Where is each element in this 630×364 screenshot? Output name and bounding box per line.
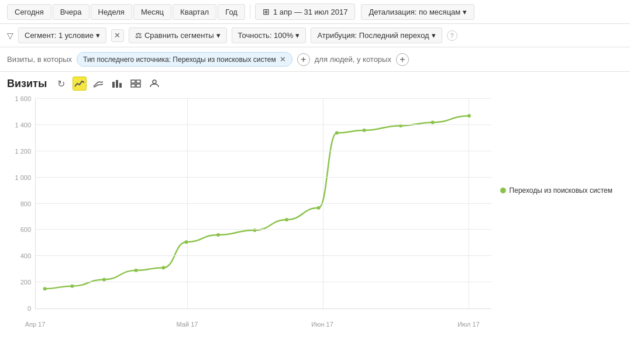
- accuracy-button[interactable]: Точность: 100% ▾: [232, 27, 307, 43]
- chart-dot-10: [335, 131, 339, 135]
- add-people-filter-button[interactable]: +: [396, 53, 409, 66]
- filter-icon: ▽: [7, 31, 13, 40]
- legend-color-dot: [500, 188, 506, 193]
- filter-tag-close-button[interactable]: ✕: [280, 55, 286, 64]
- attribution-label: Атрибуция: Последний переход: [317, 31, 429, 40]
- svg-rect-3: [131, 80, 135, 83]
- chevron-down-icon: ▾: [463, 8, 467, 16]
- period-btn-week[interactable]: Неделя: [91, 4, 132, 20]
- chart-dot-2: [102, 278, 106, 281]
- smooth-chart-icon: [93, 79, 104, 88]
- period-btn-quarter[interactable]: Квартал: [173, 4, 216, 20]
- add-filter-button[interactable]: +: [297, 53, 310, 66]
- chart-dot-11: [363, 129, 366, 132]
- chart-dot-8: [285, 218, 288, 221]
- table-view-icon: [130, 79, 141, 88]
- attribution-chevron-icon: ▾: [432, 31, 436, 40]
- refresh-button[interactable]: ↻: [54, 77, 68, 91]
- filter-tag: Тип последнего источника: Переходы из по…: [77, 52, 292, 67]
- y-label-7: 1 400: [8, 122, 31, 129]
- svg-rect-4: [136, 80, 140, 83]
- metrics-bar: Визиты ↻: [0, 72, 630, 93]
- x-label-jul: Июл 17: [457, 321, 480, 328]
- grid-line-3: [36, 229, 491, 230]
- y-label-1: 200: [8, 279, 31, 286]
- table-view-button[interactable]: [129, 77, 143, 91]
- chart-dot-3: [135, 269, 138, 272]
- chart-dot-9: [317, 206, 321, 210]
- filter-tag-label: Тип последнего источника: Переходы из по…: [83, 56, 276, 64]
- second-bar: ▽ Сегмент: 1 условие ▾ ✕ ⚖ Сравнить сегм…: [0, 24, 630, 47]
- chart-dot-14: [467, 114, 471, 117]
- chart-dot-13: [431, 121, 435, 124]
- grid-line-4: [36, 203, 491, 204]
- user-view-icon: [149, 79, 160, 88]
- svg-rect-6: [136, 84, 140, 87]
- y-label-3: 600: [8, 226, 31, 233]
- attribution-button[interactable]: Атрибуция: Последний переход ▾: [311, 27, 442, 43]
- legend-label: Переходы из поисковых систем: [509, 186, 612, 195]
- top-bar: Сегодня Вчера Неделя Месяц Квартал Год ⊞…: [0, 0, 630, 24]
- divider: [250, 5, 250, 19]
- help-button[interactable]: ?: [447, 30, 457, 41]
- chart-dot-5: [184, 240, 188, 244]
- y-label-8: 1 600: [8, 95, 31, 102]
- detail-button[interactable]: Детализация: по месяцам ▾: [361, 4, 474, 20]
- period-btn-yesterday[interactable]: Вчера: [53, 4, 89, 20]
- chart-dot-1: [70, 285, 74, 288]
- visits-in-which-label: Визиты, в которых: [7, 55, 72, 64]
- chart-line: [45, 116, 469, 289]
- metrics-title: Визиты: [7, 78, 47, 90]
- compare-scales-icon: ⚖: [135, 31, 142, 40]
- svg-rect-5: [131, 84, 135, 87]
- svg-point-7: [153, 80, 156, 84]
- segment-chevron-icon: ▾: [96, 31, 100, 40]
- filter-bar: Визиты, в которых Тип последнего источни…: [0, 47, 630, 72]
- compare-label: Сравнить сегменты: [144, 31, 214, 40]
- segment-button[interactable]: Сегмент: 1 условие ▾: [18, 27, 106, 43]
- grid-line-6: [36, 151, 491, 151]
- chart-dot-6: [216, 233, 220, 237]
- grid-line-8: [36, 98, 491, 99]
- date-range-label: 1 апр — 31 июл 2017: [273, 8, 347, 16]
- x-label-jun: Июн 17: [311, 321, 333, 328]
- grid-line-5: [36, 177, 491, 178]
- segment-label: Сегмент: 1 условие: [25, 31, 94, 40]
- chart-dot-0: [43, 287, 47, 290]
- chart-area: 02004006008001 0001 2001 4001 600 Перехо…: [0, 93, 630, 338]
- bar-chart-button[interactable]: [110, 77, 124, 91]
- help-icon-label: ?: [450, 32, 454, 39]
- x-label-apr: Апр 17: [25, 321, 46, 328]
- user-view-button[interactable]: [147, 77, 161, 91]
- y-label-6: 1 200: [8, 148, 31, 155]
- smooth-chart-button[interactable]: [91, 77, 105, 91]
- calendar-icon: ⊞: [263, 7, 270, 16]
- grid-line-7: [36, 124, 491, 125]
- svg-rect-1: [116, 80, 118, 88]
- compare-button[interactable]: ⚖ Сравнить сегменты ▾: [129, 27, 227, 43]
- accuracy-chevron-icon: ▾: [295, 31, 299, 40]
- grid-line-1: [36, 282, 491, 282]
- period-btn-month[interactable]: Месяц: [133, 4, 171, 20]
- for-people-label: для людей, у которых: [315, 55, 391, 64]
- detail-label: Детализация: по месяцам: [369, 8, 460, 16]
- compare-chevron-icon: ▾: [216, 31, 221, 40]
- date-range-button[interactable]: ⊞ 1 апр — 31 июл 2017: [255, 4, 355, 20]
- chart-legend: Переходы из поисковых систем: [500, 186, 612, 195]
- chart-svg: [36, 99, 491, 308]
- line-chart-icon: [74, 79, 85, 88]
- y-label-0: 0: [8, 305, 31, 312]
- y-label-2: 400: [8, 252, 31, 259]
- x-label-may: Май 17: [177, 321, 198, 328]
- period-btn-year[interactable]: Год: [218, 4, 245, 20]
- chart-inner: 02004006008001 0001 2001 4001 600: [35, 99, 491, 309]
- svg-rect-0: [112, 82, 115, 88]
- y-label-4: 800: [8, 200, 31, 207]
- segment-close-button[interactable]: ✕: [111, 29, 124, 42]
- line-chart-button[interactable]: [73, 77, 87, 91]
- grid-line-2: [36, 255, 491, 256]
- chart-dot-4: [161, 266, 165, 269]
- accuracy-label: Точность: 100%: [238, 31, 294, 40]
- period-btn-today[interactable]: Сегодня: [7, 4, 51, 20]
- svg-rect-2: [119, 83, 122, 88]
